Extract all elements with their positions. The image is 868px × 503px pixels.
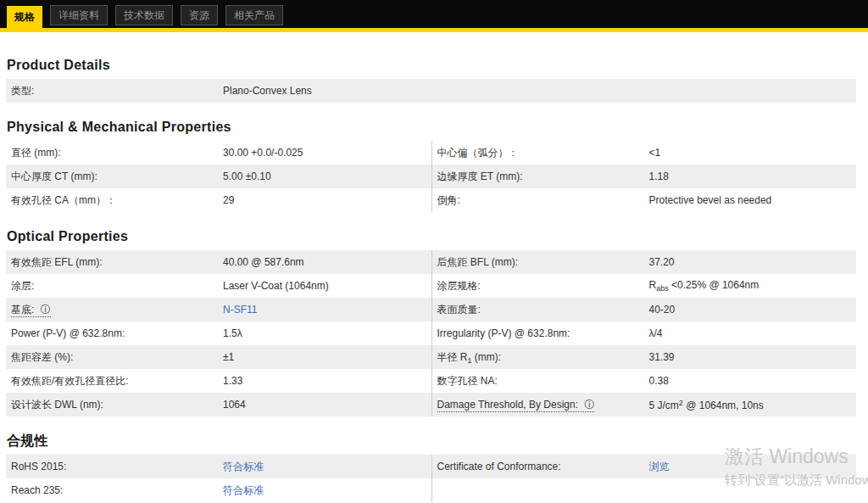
section-physical-mechanical: Physical & Mechanical Properties直径 (mm):… [6, 120, 856, 212]
spec-cell-coating: 涂层:Laser V-Coat (1064nm) [6, 274, 431, 298]
spec-label: 涂层规格: [437, 279, 649, 293]
spec-value: 1.5λ [223, 327, 242, 339]
spec-value: <1 [649, 147, 661, 159]
spec-value: 1.33 [223, 375, 242, 387]
section-product-details: Product Details类型:Plano-Convex Lens [6, 58, 856, 103]
spec-cell-effective-focal-length-efl: 有效焦距 EFL (mm):40.00 @ 587.6nm [6, 250, 431, 274]
spec-cell-design-wavelength-dwl: 设计波长 DWL (nm):1064 [6, 393, 431, 416]
tab-bar: 规格详细资料技术数据资源相关产品 [0, 0, 868, 28]
spec-cell-focal-length-tolerance: 焦距容差 (%):±1 [6, 345, 431, 369]
spec-cell-edge-thickness-et: 边缘厚度 ET (mm):1.18 [431, 165, 857, 188]
spec-value: 浏览 [649, 460, 670, 474]
spec-row: 基底: ⓘN-SF11表面质量:40-20 [6, 298, 856, 321]
spec-label: Certificate of Conformance: [437, 461, 649, 472]
spec-value: Protective bevel as needed [649, 194, 772, 206]
tab-details[interactable]: 详细资料 [50, 5, 108, 25]
spec-cell-radius-r1: 半径 R1 (mm):31.39 [431, 345, 857, 369]
info-icon[interactable]: ⓘ [584, 399, 594, 411]
spec-cell-efl-to-ca-ratio: 有效焦距/有效孔径直径比:1.33 [6, 369, 431, 393]
spec-value: Rabs <0.25% @ 1064nm [649, 279, 760, 293]
spec-cell-empty [431, 478, 857, 502]
section-optical: Optical Properties有效焦距 EFL (mm):40.00 @ … [6, 229, 856, 416]
spec-row: 中心厚度 CT (mm):5.00 ±0.10边缘厚度 ET (mm):1.18 [6, 165, 856, 188]
spec-cell-back-focal-length-bfl: 后焦距 BFL (mm):37.20 [431, 250, 857, 274]
spec-cell-diameter: 直径 (mm):30.00 +0.0/-0.025 [6, 141, 431, 165]
tab-bar-accent-strip [0, 28, 868, 32]
spec-cell-type: 类型:Plano-Convex Lens [6, 79, 856, 103]
tab-technical-data[interactable]: 技术数据 [115, 5, 173, 25]
spec-cell-coating-specification: 涂层规格:Rabs <0.25% @ 1064nm [431, 274, 857, 298]
section-title: Product Details [7, 58, 856, 72]
spec-value: 符合标准 [223, 483, 264, 498]
spec-value: 5 J/cm2 @ 1064nm, 10ns [649, 399, 764, 411]
spec-value: 30.00 +0.0/-0.025 [223, 147, 303, 159]
spec-row: 有效焦距/有效孔径直径比:1.33数字孔径 NA:0.38 [6, 369, 856, 393]
spec-value: 0.38 [649, 375, 669, 387]
substrate-link[interactable]: N-SF11 [223, 304, 257, 316]
spec-row: 直径 (mm):30.00 +0.0/-0.025中心偏（弧分）：<1 [6, 141, 856, 165]
spec-label: 有效焦距 EFL (mm): [11, 255, 223, 270]
spec-label: Power (P-V) @ 632.8nm: [11, 327, 223, 339]
spec-label: 后焦距 BFL (mm): [437, 255, 649, 270]
spec-cell-damage-threshold: Damage Threshold, By Design: ⓘ5 J/cm2 @ … [431, 393, 857, 416]
spec-label: 有效焦距/有效孔径直径比: [11, 374, 223, 388]
spec-row: Reach 235:符合标准 [6, 478, 856, 502]
spec-cell-clear-aperture-ca: 有效孔径 CA（mm）：29 [6, 188, 431, 212]
spec-cell-certificate-of-conformance: Certificate of Conformance:浏览 [431, 455, 857, 478]
spec-cell-rohs-2015: RoHS 2015:符合标准 [6, 455, 431, 478]
spec-row: 涂层:Laser V-Coat (1064nm)涂层规格:Rabs <0.25%… [6, 274, 856, 298]
spec-cell-numerical-aperture-na: 数字孔径 NA:0.38 [431, 369, 857, 393]
spec-row: Power (P-V) @ 632.8nm:1.5λIrregularity (… [6, 321, 856, 345]
spec-value: 1.18 [649, 170, 669, 182]
spec-cell-bevel: 倒角:Protective bevel as needed [431, 188, 857, 212]
tab-resources[interactable]: 资源 [181, 5, 218, 25]
tab-specifications[interactable]: 规格 [7, 6, 42, 28]
spec-cell-center-thickness-ct: 中心厚度 CT (mm):5.00 ±0.10 [6, 165, 431, 188]
spec-value: λ/4 [649, 327, 663, 339]
spec-label: 边缘厚度 ET (mm): [437, 170, 649, 184]
spec-row: 焦距容差 (%):±1半径 R1 (mm):31.39 [6, 345, 856, 369]
spec-label: 中心偏（弧分）： [437, 146, 649, 160]
spec-cell-reach-235: Reach 235:符合标准 [6, 478, 431, 502]
spec-row: 类型:Plano-Convex Lens [6, 79, 856, 103]
spec-value: ±1 [223, 351, 234, 363]
reach-235-link[interactable]: 符合标准 [223, 484, 264, 496]
spec-label: 中心厚度 CT (mm): [11, 170, 223, 184]
spec-cell-substrate: 基底: ⓘN-SF11 [6, 298, 431, 321]
spec-row: 设计波长 DWL (nm):1064Damage Threshold, By D… [6, 393, 856, 416]
spec-value: 37.20 [649, 256, 675, 268]
spec-value: Laser V-Coat (1064nm) [223, 280, 329, 292]
spec-label: 倒角: [437, 193, 649, 208]
info-icon[interactable]: ⓘ [41, 304, 51, 316]
spec-label: 半径 R1 (mm): [437, 350, 649, 365]
section-title: 合规性 [7, 433, 856, 448]
rohs-2015-link[interactable]: 符合标准 [223, 461, 264, 472]
spec-label: 涂层: [11, 279, 223, 293]
spec-row: 有效焦距 EFL (mm):40.00 @ 587.6nm后焦距 BFL (mm… [6, 250, 856, 274]
spec-label: 表面质量: [437, 303, 649, 317]
spec-label: 基底: ⓘ [11, 303, 223, 317]
certificate-of-conformance-link[interactable]: 浏览 [649, 461, 670, 472]
spec-value: 符合标准 [223, 460, 264, 474]
spec-value: 29 [223, 194, 234, 206]
spec-label: 有效孔径 CA（mm）： [11, 193, 223, 208]
spec-cell-power-pv: Power (P-V) @ 632.8nm:1.5λ [6, 321, 431, 345]
tab-related-products[interactable]: 相关产品 [225, 5, 283, 25]
spec-value: Plano-Convex Lens [223, 85, 312, 97]
spec-label: 设计波长 DWL (nm): [11, 398, 223, 412]
spec-label: 类型: [11, 84, 223, 98]
spec-label: 焦距容差 (%): [11, 350, 223, 365]
spec-value: 31.39 [649, 351, 675, 363]
spec-value: 5.00 ±0.10 [223, 170, 271, 182]
spec-value: 40.00 @ 587.6nm [223, 256, 304, 268]
spec-label: 直径 (mm): [11, 146, 223, 160]
spec-cell-surface-quality: 表面质量:40-20 [431, 298, 857, 321]
section-title: Physical & Mechanical Properties [7, 120, 856, 134]
section-title: Optical Properties [7, 229, 856, 243]
spec-content: Product Details类型:Plano-Convex LensPhysi… [6, 58, 856, 502]
spec-row: RoHS 2015:符合标准Certificate of Conformance… [6, 455, 856, 478]
spec-row: 有效孔径 CA（mm）：29倒角:Protective bevel as nee… [6, 188, 856, 212]
spec-value: 1064 [223, 399, 246, 411]
spec-cell-centration: 中心偏（弧分）：<1 [431, 141, 857, 165]
spec-label: Reach 235: [11, 484, 223, 496]
